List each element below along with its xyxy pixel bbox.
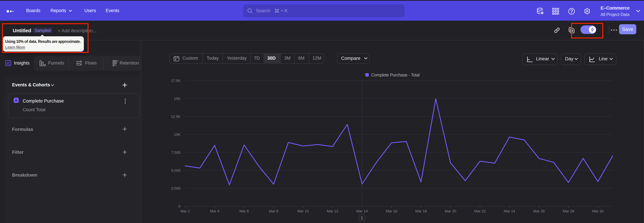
svg-text:5,000: 5,000	[171, 168, 180, 173]
svg-text:15K: 15K	[174, 97, 180, 101]
svg-text:Mar 30: Mar 30	[592, 209, 604, 213]
svg-text:Mar 20: Mar 20	[445, 209, 456, 213]
svg-text:Mar 10: Mar 10	[297, 209, 309, 213]
svg-text:Mar 2: Mar 2	[180, 209, 190, 213]
svg-text:12.5K: 12.5K	[171, 115, 180, 119]
svg-text:Mar 24: Mar 24	[504, 209, 515, 213]
svg-text:17.5K: 17.5K	[171, 79, 180, 83]
svg-text:Mar 22: Mar 22	[474, 209, 486, 213]
svg-text:Mar 14: Mar 14	[356, 209, 368, 213]
svg-text:10K: 10K	[174, 133, 180, 137]
svg-text:Mar 16: Mar 16	[386, 209, 397, 213]
svg-text:0: 0	[178, 204, 180, 208]
svg-text:Mar 28: Mar 28	[563, 209, 574, 213]
svg-text:Mar 4: Mar 4	[210, 209, 219, 213]
svg-text:Mar 26: Mar 26	[533, 209, 544, 213]
svg-text:Mar 12: Mar 12	[327, 209, 338, 213]
svg-text:Mar 8: Mar 8	[269, 209, 278, 213]
svg-text:7,500: 7,500	[171, 150, 180, 155]
svg-text:Mar 18: Mar 18	[415, 209, 427, 213]
svg-text:Mar 6: Mar 6	[239, 209, 249, 213]
svg-text:2,500: 2,500	[171, 186, 180, 190]
